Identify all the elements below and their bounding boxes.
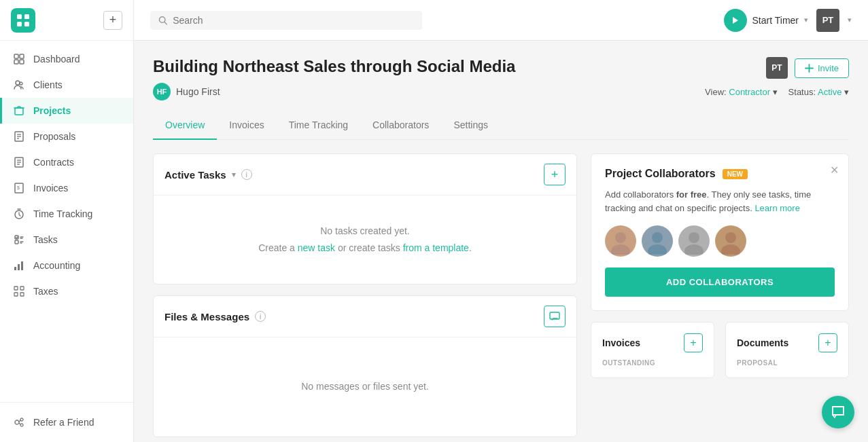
status-chevron-icon: ▾ [844,87,849,97]
active-tasks-chevron-icon[interactable]: ▾ [232,170,236,179]
active-tasks-body: No tasks created yet. Create a new task … [154,196,576,284]
search-input[interactable] [173,15,414,26]
svg-point-47 [689,232,699,243]
tab-settings[interactable]: Settings [441,111,500,140]
no-messages-text: No messages or files sent yet. [164,378,566,395]
invoices-mini-title: Invoices [602,337,640,348]
sidebar-item-dashboard[interactable]: Dashboard [0,46,133,72]
svg-rect-30 [21,261,23,270]
files-messages-title: Files & Messages i [164,311,266,323]
accounting-icon [13,259,25,272]
new-task-link[interactable]: new task [298,242,335,253]
time-tracking-icon [13,208,25,220]
svg-point-50 [721,244,740,255]
collaborators-card: Project Collaborators NEW ✕ Add collabor… [591,153,849,311]
svg-rect-0 [17,14,22,19]
active-tasks-card: Active Tasks ▾ i + No tasks created yet.… [153,153,577,284]
add-task-button[interactable]: + [544,164,566,185]
sidebar-nav: Dashboard Clients Projects Proposals [0,41,133,402]
send-message-button[interactable] [544,306,566,327]
svg-point-9 [20,82,22,85]
files-messages-card: Files & Messages i No messages or files … [153,295,577,437]
add-new-button[interactable]: + [103,11,122,30]
close-collaborators-button[interactable]: ✕ [830,164,839,177]
right-column: Project Collaborators NEW ✕ Add collabor… [591,153,849,437]
svg-rect-33 [14,293,18,296]
add-invoice-button[interactable]: + [684,333,703,352]
svg-point-49 [725,232,736,243]
search-box[interactable] [150,11,422,30]
from-template-link[interactable]: from a template [403,242,469,253]
learn-more-link[interactable]: Learn more [754,203,799,213]
sidebar-item-invoices[interactable]: $ Invoices [0,175,133,201]
view-chevron-icon: ▾ [773,87,778,97]
sidebar-header: + [0,0,133,41]
documents-mini-title: Documents [737,337,788,348]
dashboard-label: Dashboard [33,54,80,65]
accounting-label: Accounting [33,260,80,271]
two-col-layout: Active Tasks ▾ i + No tasks created yet.… [153,153,849,437]
svg-point-35 [15,420,19,424]
sidebar-item-proposals[interactable]: Proposals [0,124,133,149]
svg-point-44 [611,244,630,255]
bottom-mini-cards: Invoices + OUTSTANDING Documents + PROPO… [591,322,849,378]
documents-mini-header: Documents + [737,333,837,352]
tab-invoices[interactable]: Invoices [217,111,276,140]
svg-rect-23 [15,240,18,244]
chat-bubble-button[interactable] [822,396,854,428]
sidebar-item-projects[interactable]: Projects [0,98,133,124]
active-tasks-info-icon[interactable]: i [241,169,252,180]
sidebar-item-clients[interactable]: Clients [0,72,133,98]
collaborators-header: Project Collaborators NEW [605,168,835,180]
search-icon [158,16,167,25]
new-badge: NEW [723,169,748,179]
sidebar-item-tasks[interactable]: Tasks [0,227,133,253]
svg-rect-34 [20,293,24,296]
app-logo [11,8,35,33]
main-area: Start Timer ▾ PT ▾ Building Northeast Sa… [134,0,868,442]
message-icon [549,312,560,321]
user-chevron-icon: ▾ [848,16,852,24]
svg-rect-28 [14,267,16,270]
timer-play-icon [724,9,747,32]
svg-rect-2 [17,22,22,26]
invite-button[interactable]: Invite [795,58,849,78]
sidebar-item-time-tracking[interactable]: Time Tracking [0,201,133,227]
invoices-mini-header: Invoices + [602,333,703,352]
status-value[interactable]: Active [818,87,841,97]
tasks-label: Tasks [33,234,58,245]
files-messages-info-icon[interactable]: i [255,311,266,322]
add-document-button[interactable]: + [818,333,837,352]
svg-point-36 [20,418,23,421]
project-title: Building Northeast Sales through Social … [153,57,515,76]
files-messages-body: No messages or files sent yet. [154,337,576,436]
contracts-label: Contracts [33,157,74,168]
collaborators-avatars [605,225,835,257]
timer-button[interactable]: Start Timer ▾ [724,9,808,32]
taxes-icon [13,285,25,297]
sidebar-item-taxes[interactable]: Taxes [0,278,133,304]
tab-time-tracking[interactable]: Time Tracking [277,111,360,140]
invoices-icon: $ [13,182,25,194]
collaborators-description: Add collaborators for free. They only se… [605,188,835,215]
files-messages-header-right [544,306,566,327]
sidebar-item-refer[interactable]: Refer a Friend [11,411,122,434]
tab-overview[interactable]: Overview [153,111,217,140]
svg-point-8 [16,81,20,85]
view-value[interactable]: Contractor [729,87,770,97]
tab-collaborators[interactable]: Collaborators [360,111,441,140]
tasks-icon [13,234,25,246]
left-column: Active Tasks ▾ i + No tasks created yet.… [153,153,577,437]
chat-icon [830,404,846,420]
active-tasks-title: Active Tasks ▾ i [164,169,252,181]
sidebar-item-accounting[interactable]: Accounting [0,253,133,278]
svg-line-38 [19,420,20,422]
contracts-icon [13,156,25,168]
topbar: Start Timer ▾ PT ▾ [134,0,868,41]
owner-avatar: HF [153,83,171,100]
sidebar-item-contracts[interactable]: Contracts [0,149,133,175]
svg-line-41 [164,22,167,24]
user-avatar[interactable]: PT [816,9,839,32]
svg-rect-1 [24,14,29,19]
add-collaborators-button[interactable]: ADD COLLABORATORS [605,268,835,297]
